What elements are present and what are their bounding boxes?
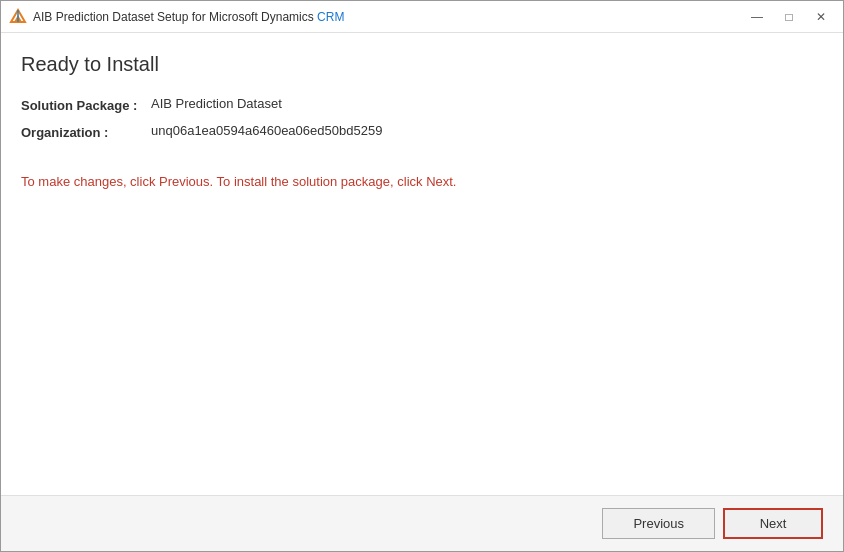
app-logo [9, 8, 27, 26]
restore-button[interactable]: □ [775, 7, 803, 27]
page-title: Ready to Install [21, 53, 823, 76]
next-button[interactable]: Next [723, 508, 823, 539]
solution-package-label: Solution Package : [21, 96, 151, 113]
organization-label: Organization : [21, 123, 151, 140]
info-grid: Solution Package : AIB Prediction Datase… [21, 96, 823, 140]
window-controls: — □ ✕ [743, 7, 835, 27]
minimize-button[interactable]: — [743, 7, 771, 27]
help-text: To make changes, click Previous. To inst… [21, 174, 823, 189]
footer: Previous Next [1, 495, 843, 551]
content-area: Ready to Install Solution Package : AIB … [1, 33, 843, 495]
previous-button[interactable]: Previous [602, 508, 715, 539]
solution-package-value: AIB Prediction Dataset [151, 96, 823, 113]
title-bar: AIB Prediction Dataset Setup for Microso… [1, 1, 843, 33]
close-button[interactable]: ✕ [807, 7, 835, 27]
window-title: AIB Prediction Dataset Setup for Microso… [33, 10, 743, 24]
organization-value: unq06a1ea0594a6460ea06ed50bd5259 [151, 123, 823, 140]
main-window: AIB Prediction Dataset Setup for Microso… [0, 0, 844, 552]
